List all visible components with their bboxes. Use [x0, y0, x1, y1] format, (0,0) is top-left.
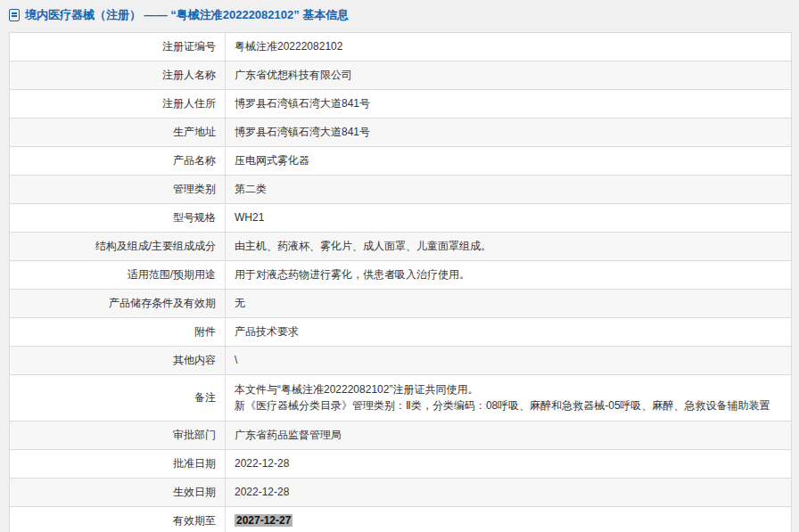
row-label: 注册人住所 [10, 90, 226, 119]
info-table: 注册证编号粤械注准20222082102注册人名称广东省优想科技有限公司注册人住… [9, 32, 792, 532]
row-label: 结构及组成/主要组成成分 [10, 233, 226, 261]
row-value: 博罗县石湾镇石湾大道841号 [226, 119, 792, 147]
row-label: 注册证编号 [10, 33, 226, 61]
row-value: 压电网式雾化器 [226, 147, 792, 176]
table-row: 附件产品技术要求 [10, 318, 792, 347]
table-row: 结构及组成/主要组成成分由主机、药液杯、雾化片、成人面罩、儿童面罩组成。 [10, 233, 792, 261]
row-value: 2022-12-28 [226, 479, 792, 507]
row-label: 生效日期 [10, 479, 226, 507]
row-value: 由主机、药液杯、雾化片、成人面罩、儿童面罩组成。 [226, 233, 792, 261]
table-row: 管理类别第二类 [10, 176, 792, 204]
row-value: 产品技术要求 [226, 318, 792, 347]
row-value: WH21 [226, 204, 792, 233]
row-value: 第二类 [226, 176, 792, 204]
row-label: 审批部门 [10, 422, 226, 450]
row-value: 广东省药品监督管理局 [226, 422, 792, 450]
row-label: 其他内容 [10, 347, 226, 375]
value-line: 本文件与“粤械注准20222082102”注册证共同使用。 [235, 382, 782, 397]
row-label: 批准日期 [10, 450, 226, 479]
table-row: 生效日期2022-12-28 [10, 479, 792, 507]
row-label: 产品储存条件及有效期 [10, 290, 226, 318]
value-line: 新《医疗器械分类目录》管理类别：Ⅱ类，分类编码：08呼吸、麻醉和急救器械-05呼… [235, 398, 782, 413]
row-label: 型号规格 [10, 204, 226, 233]
table-row: 有效期至2027-12-27 [10, 507, 792, 532]
row-label: 产品名称 [10, 147, 226, 176]
document-icon [9, 9, 20, 21]
row-value: 粤械注准20222082102 [226, 33, 792, 61]
highlighted-value: 2027-12-27 [235, 514, 292, 527]
row-value: 无 [226, 290, 792, 318]
row-label: 管理类别 [10, 176, 226, 204]
table-row: 其他内容\ [10, 347, 792, 375]
table-row: 产品名称压电网式雾化器 [10, 147, 792, 176]
table-row: 适用范围/预期用途用于对液态药物进行雾化，供患者吸入治疗使用。 [10, 261, 792, 290]
row-label: 备注 [10, 375, 226, 422]
row-value: 2027-12-27 [226, 507, 792, 532]
table-row: 注册人住所博罗县石湾镇石湾大道841号 [10, 90, 792, 119]
row-value: 广东省优想科技有限公司 [226, 61, 792, 90]
row-value: 博罗县石湾镇石湾大道841号 [226, 90, 792, 119]
row-label: 生产地址 [10, 119, 226, 147]
row-value: 2022-12-28 [226, 450, 792, 479]
table-row: 审批部门广东省药品监督管理局 [10, 422, 792, 450]
table-row: 注册证编号粤械注准20222082102 [10, 33, 792, 61]
page-title: 境内医疗器械（注册） —— “粤械注准20222082102” 基本信息 [25, 7, 349, 23]
page-header: 境内医疗器械（注册） —— “粤械注准20222082102” 基本信息 [0, 0, 799, 29]
row-label: 适用范围/预期用途 [10, 261, 226, 290]
table-row: 注册人名称广东省优想科技有限公司 [10, 61, 792, 90]
table-row: 型号规格WH21 [10, 204, 792, 233]
row-label: 有效期至 [10, 507, 226, 532]
row-value: 用于对液态药物进行雾化，供患者吸入治疗使用。 [226, 261, 792, 290]
table-row: 产品储存条件及有效期无 [10, 290, 792, 318]
row-value: 本文件与“粤械注准20222082102”注册证共同使用。新《医疗器械分类目录》… [226, 375, 792, 422]
table-row: 备注本文件与“粤械注准20222082102”注册证共同使用。新《医疗器械分类目… [10, 375, 792, 422]
table-row: 生产地址博罗县石湾镇石湾大道841号 [10, 119, 792, 147]
page: 境内医疗器械（注册） —— “粤械注准20222082102” 基本信息 注册证… [0, 0, 799, 532]
row-value: \ [226, 347, 792, 375]
table-row: 批准日期2022-12-28 [10, 450, 792, 479]
row-label: 注册人名称 [10, 61, 226, 90]
row-label: 附件 [10, 318, 226, 347]
